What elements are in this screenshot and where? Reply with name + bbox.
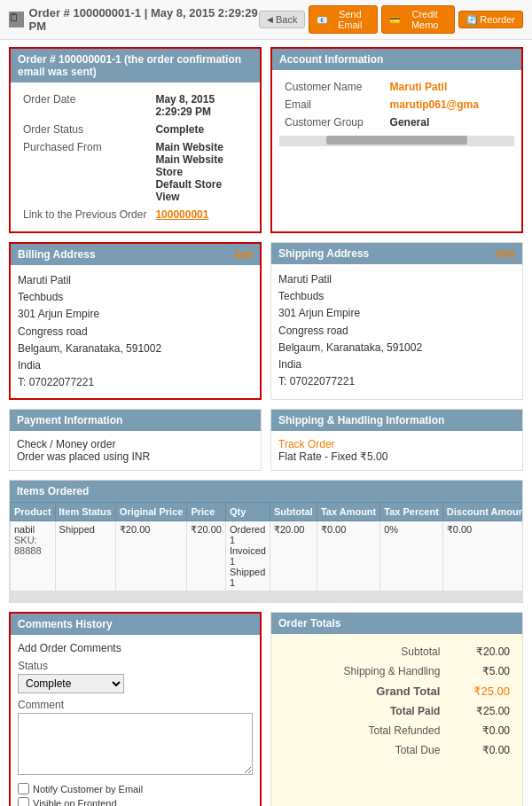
customer-name-label: Customer Name: [281, 79, 385, 95]
header-buttons: Back Send Email Credit Memo Reorder: [259, 5, 523, 34]
items-table: Product Item Status Original Price Price…: [10, 502, 522, 591]
payment-info-body: Check / Money order Order was placed usi…: [10, 431, 261, 470]
qty-shipped: Shipped 1: [230, 567, 266, 588]
purchased-from-row: Purchased From Main WebsiteMain Website …: [20, 139, 251, 205]
page-title: Order # 100000001-1 | May 8, 2015 2:29:2…: [29, 6, 259, 33]
billing-address-body: Maruti PatilTechbuds301 Arjun EmpireCong…: [11, 265, 260, 398]
qty-invoiced: Invoiced 1: [230, 545, 266, 567]
shipping-address-body: Maruti PatilTechbuds301 Arjun EmpireCong…: [271, 264, 522, 397]
customer-group-value: General: [387, 114, 512, 130]
previous-order-label: Link to the Previous Order: [20, 207, 150, 223]
email-label: Email: [281, 97, 385, 113]
payment-shipping-section: Payment Information Check / Money order …: [9, 409, 523, 471]
order-status-label: Order Status: [20, 121, 150, 137]
comment-textarea[interactable]: [18, 713, 253, 775]
shipping-address-text: Maruti PatilTechbuds301 Arjun EmpireCong…: [278, 271, 515, 390]
total-paid-label: Total Paid: [280, 702, 443, 720]
add-comments-group: Add Order Comments: [18, 642, 253, 654]
shipping-edit-link[interactable]: Edit: [497, 248, 515, 259]
col-subtotal: Subtotal: [270, 503, 317, 521]
col-qty: Qty: [225, 503, 270, 521]
visible-label: Visible on Frontend: [33, 798, 117, 806]
order-date-label: Order Date: [20, 91, 150, 120]
previous-order-link[interactable]: 100000001: [155, 208, 208, 221]
col-price: Price: [187, 503, 226, 521]
items-table-wrapper[interactable]: Product Item Status Original Price Price…: [10, 502, 522, 591]
add-comments-label: Add Order Comments: [18, 642, 121, 654]
payment-line1: Check / Money order: [17, 438, 254, 450]
top-section: Order # 100000001-1 (the order confirmat…: [9, 47, 523, 233]
shipping-total-value: ₹5.00: [445, 662, 513, 680]
order-totals-header: Order Totals: [271, 613, 522, 634]
total-paid-row: Total Paid ₹25.00: [280, 702, 513, 720]
col-product: Product: [11, 503, 56, 521]
send-email-button[interactable]: Send Email: [309, 5, 378, 34]
comment-label: Comment: [18, 699, 253, 711]
back-button[interactable]: Back: [259, 11, 305, 28]
item-status-cell: Shipped: [55, 521, 115, 591]
qty-ordered: Ordered 1: [230, 524, 266, 545]
shipping-total-row: Shipping & Handling ₹5.00: [280, 662, 513, 680]
billing-address-header: Billing Address Edit: [11, 244, 260, 265]
main-content: Order # 100000001-1 (the order confirmat…: [0, 40, 532, 806]
purchased-from-value: Main WebsiteMain Website StoreDefault St…: [152, 139, 251, 205]
order-totals-body: Subtotal ₹20.00 Shipping & Handling ₹5.0…: [271, 634, 522, 768]
customer-name-row: Customer Name Maruti Patil: [281, 79, 512, 95]
account-info-header: Account Information: [272, 49, 521, 70]
comments-header: Comments History: [11, 614, 260, 635]
tax-amount-cell: ₹0.00: [317, 521, 379, 591]
total-due-row: Total Due ₹0.00: [280, 741, 513, 759]
notify-row: Notify Customer by Email: [18, 783, 253, 794]
account-info-panel: Account Information Customer Name Maruti…: [270, 47, 523, 233]
account-info-table: Customer Name Maruti Patil Email marutip…: [279, 77, 514, 132]
comments-panel: Comments History Add Order Comments Stat…: [9, 612, 262, 806]
totals-table: Subtotal ₹20.00 Shipping & Handling ₹5.0…: [278, 641, 515, 761]
shipping-total-label: Shipping & Handling: [280, 662, 443, 680]
payment-info-header: Payment Information: [10, 410, 261, 431]
shipping-info-panel: Shipping & Handling Information Track Or…: [270, 409, 523, 471]
reorder-button[interactable]: Reorder: [458, 11, 523, 28]
payment-info-panel: Payment Information Check / Money order …: [9, 409, 262, 471]
items-table-header-row: Product Item Status Original Price Price…: [11, 503, 523, 521]
price-cell: ₹20.00: [187, 521, 226, 591]
page-title-area: 🗒 Order # 100000001-1 | May 8, 2015 2:29…: [9, 6, 259, 33]
page-wrapper: 🗒 Order # 100000001-1 | May 8, 2015 2:29…: [0, 0, 532, 806]
total-paid-value: ₹25.00: [445, 702, 513, 720]
previous-order-value: 100000001: [152, 207, 251, 223]
product-cell: nabilSKU:88888: [11, 521, 56, 591]
purchased-from-label: Purchased From: [20, 139, 150, 205]
order-date-value: May 8, 20152:29:29 PM: [152, 91, 251, 120]
account-info-body: Customer Name Maruti Patil Email marutip…: [272, 70, 521, 157]
shipping-info-header: Shipping & Handling Information: [271, 410, 522, 431]
billing-edit-link[interactable]: Edit: [234, 249, 253, 260]
table-scrollbar[interactable]: [10, 591, 522, 602]
order-totals-panel: Order Totals Subtotal ₹20.00 Shipping & …: [270, 612, 523, 806]
billing-address-panel: Billing Address Edit Maruti PatilTechbud…: [9, 242, 262, 400]
shipping-address-panel: Shipping Address Edit Maruti PatilTechbu…: [270, 242, 523, 400]
order-info-body: Order Date May 8, 20152:29:29 PM Order S…: [11, 82, 260, 231]
billing-address-text: Maruti PatilTechbuds301 Arjun EmpireCong…: [18, 272, 253, 391]
customer-group-label: Customer Group: [281, 114, 385, 130]
credit-memo-button[interactable]: Credit Memo: [381, 5, 455, 34]
col-item-status: Item Status: [55, 503, 115, 521]
visible-row: Visible on Frontend: [18, 797, 253, 806]
email-row: Email marutip061@gma: [281, 97, 512, 113]
qty-cell: Ordered 1 Invoiced 1 Shipped 1: [225, 521, 270, 591]
status-select[interactable]: Complete Pending Processing Cancelled: [18, 674, 124, 693]
order-icon: 🗒: [9, 12, 24, 27]
order-info-table: Order Date May 8, 20152:29:29 PM Order S…: [18, 90, 253, 224]
visible-checkbox[interactable]: [18, 797, 29, 806]
track-order-link[interactable]: Track Order: [278, 438, 335, 450]
subtotal-row: Subtotal ₹20.00: [280, 643, 513, 661]
table-row: nabilSKU:88888 Shipped ₹20.00 ₹20.00 Ord…: [11, 521, 523, 591]
comment-form: Add Order Comments Status Complete Pendi…: [11, 635, 260, 806]
grand-total-value: ₹25.00: [445, 682, 513, 700]
total-refunded-row: Total Refunded ₹0.00: [280, 722, 513, 739]
address-section: Billing Address Edit Maruti PatilTechbud…: [9, 242, 523, 400]
discount-cell: ₹0.00: [442, 521, 522, 591]
col-tax-amount: Tax Amount: [317, 503, 379, 521]
notify-checkbox[interactable]: [18, 783, 29, 794]
total-due-value: ₹0.00: [445, 741, 513, 759]
scrollbar-area[interactable]: [279, 136, 514, 146]
col-tax-percent: Tax Percent: [380, 503, 443, 521]
